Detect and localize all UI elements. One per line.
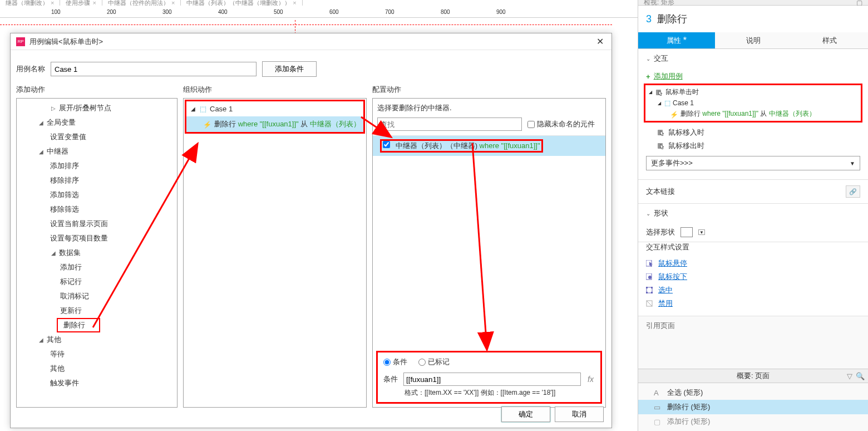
page-tab[interactable]: 中继器（控件的用法）×: [102, 0, 181, 6]
tree-item[interactable]: 触发事件: [17, 376, 177, 390]
interaction-tree[interactable]: ◢ 鼠标单击时 ◢ ⬚ Case 1 ⚡ 删除行 where "[[fuxuan…: [644, 84, 862, 123]
add-condition-button[interactable]: 添加条件: [262, 61, 317, 77]
condition-config: 条件 已标记 条件 fx 格式：[[Item.XX == 'XX']] 例如：[…: [376, 351, 602, 404]
case-icon: ⬚: [664, 99, 670, 107]
tree-node-globalvars[interactable]: ◢ 全局变量: [17, 115, 177, 130]
tree-item[interactable]: 移除筛选: [17, 202, 177, 217]
svg-rect-13: [646, 292, 648, 293]
close-icon[interactable]: ×: [51, 0, 54, 6]
disabled-icon: [646, 300, 654, 307]
condition-label: 条件: [383, 374, 398, 384]
page-tabs-bar: 继器（增删改）× 使用步骤× 中继器（控件的用法）× 中继器（列表）（中继器（增…: [0, 0, 638, 6]
tree-item[interactable]: 添加筛选: [17, 188, 177, 202]
widget-number: 3: [646, 13, 652, 25]
radio-condition[interactable]: 条件: [383, 357, 407, 367]
close-icon[interactable]: ✕: [594, 36, 606, 47]
chevron-down-icon[interactable]: ◢: [38, 337, 45, 343]
tree-item[interactable]: 添加排序: [17, 159, 177, 173]
inspector-panel: 检视: 矩形 ▢ 3 删除行 属性* 说明 样式 ⌄交互 + 添加用例 ◢ 鼠标…: [638, 0, 868, 431]
close-icon[interactable]: ×: [92, 0, 96, 6]
case-action-row[interactable]: ⚡ 删除行 where "[[fuxuan1]]" 从 中继器（列表）: [186, 116, 363, 132]
search-icon[interactable]: 🔍: [856, 372, 865, 380]
chevron-down-icon[interactable]: ◢: [38, 149, 45, 155]
more-events-dropdown[interactable]: 更多事件>>> ▼: [646, 156, 860, 170]
page-tab[interactable]: 使用步骤×: [60, 0, 102, 6]
style-hover[interactable]: 鼠标悬停: [646, 257, 860, 270]
cursor-icon: [646, 260, 654, 267]
filter-icon[interactable]: ▽: [847, 372, 852, 380]
tree-item[interactable]: 移除排序: [17, 173, 177, 188]
tree-action-row[interactable]: ⚡ 删除行 where "[[fuxuan1]]" 从 中继器（列表）: [645, 108, 861, 120]
tree-item[interactable]: 标记行: [17, 275, 177, 289]
quote-page-row: 引用页面: [638, 316, 868, 331]
chevron-down-icon[interactable]: ▼: [698, 229, 705, 235]
outline-item[interactable]: A全选 (矩形): [638, 385, 868, 400]
chevron-down-icon[interactable]: ◢: [658, 101, 664, 106]
chevron-right-icon[interactable]: ▷: [50, 105, 57, 111]
tree-item[interactable]: 更新行: [17, 303, 177, 318]
outline-item[interactable]: ▢添加行 (矩形): [638, 414, 868, 429]
tree-item[interactable]: 其他: [17, 361, 177, 376]
svg-rect-11: [646, 287, 648, 288]
tree-item[interactable]: 添加行: [17, 260, 177, 275]
style-mousedown[interactable]: 鼠标按下: [646, 270, 860, 283]
tree-item-delete-row[interactable]: 删除行: [57, 318, 100, 332]
outline-item[interactable]: ▭删除行 (矩形): [638, 400, 868, 414]
page-tab[interactable]: 中继器（列表）（中继器（增删改））×: [181, 0, 302, 6]
widget-checkbox[interactable]: [383, 141, 390, 148]
select-shape-label: 选择形状: [646, 227, 675, 237]
chevron-down-icon[interactable]: ◢: [38, 120, 45, 126]
event-mouseout[interactable]: 鼠标移出时: [644, 139, 862, 153]
close-icon[interactable]: ×: [293, 0, 296, 6]
chevron-down-icon[interactable]: ⌄: [646, 56, 650, 62]
style-disabled[interactable]: 禁用: [646, 297, 860, 310]
cancel-button[interactable]: 取消: [555, 406, 604, 422]
widget-row[interactable]: 中继器（列表）（中继器) where "[[fuxuan1]]": [373, 136, 605, 156]
tree-node-dataset[interactable]: ◢ 数据集: [17, 246, 177, 260]
cursor-icon: [646, 273, 654, 280]
chevron-down-icon[interactable]: ⌄: [646, 210, 650, 217]
link-icon[interactable]: 🔗: [846, 185, 860, 198]
fx-button[interactable]: fx: [586, 375, 595, 384]
dialog-title: 用例编辑<鼠标单击时>: [29, 37, 594, 47]
bolt-icon: ⚡: [203, 120, 211, 130]
add-case-link[interactable]: + 添加用例: [644, 70, 862, 82]
tab-properties[interactable]: 属性*: [638, 32, 715, 48]
event-mousein[interactable]: 鼠标移入时: [644, 126, 862, 139]
tree-node-other[interactable]: ◢ 其他: [17, 332, 177, 347]
text-link-row: 文本链接 🔗: [638, 180, 868, 204]
hide-unnamed-checkbox[interactable]: 隐藏未命名的元件: [527, 119, 595, 129]
case-name-input[interactable]: [51, 62, 257, 76]
search-input[interactable]: [377, 117, 522, 131]
condition-input[interactable]: [403, 373, 581, 386]
text-icon: A: [654, 389, 663, 397]
event-onclick[interactable]: ◢ 鼠标单击时: [645, 86, 861, 98]
outline-list[interactable]: A全选 (矩形) ▭删除行 (矩形) ▢添加行 (矩形): [638, 383, 868, 431]
select-repeater-label: 选择要删除行的中继器.: [377, 103, 601, 113]
tree-case-node[interactable]: ◢ ⬚ Case 1: [645, 98, 861, 108]
tab-style[interactable]: 样式: [791, 32, 868, 48]
tree-item[interactable]: 等待: [17, 347, 177, 361]
tree-item[interactable]: 取消标记: [17, 289, 177, 303]
style-selected[interactable]: 选中: [646, 283, 860, 297]
page-tab[interactable]: 继器（增删改）×: [0, 0, 60, 6]
chevron-down-icon[interactable]: ◢: [50, 250, 57, 256]
tree-item[interactable]: 设置每页项目数量: [17, 231, 177, 246]
chevron-down-icon[interactable]: ◢: [649, 90, 655, 95]
add-action-title: 添加动作: [16, 85, 177, 95]
radio-marked[interactable]: 已标记: [418, 357, 450, 367]
close-icon[interactable]: ×: [171, 0, 175, 6]
chevron-down-icon[interactable]: ◢: [191, 106, 196, 112]
svg-point-9: [648, 276, 652, 279]
tree-item[interactable]: 设置变量值: [17, 130, 177, 144]
shape-preview[interactable]: [680, 227, 693, 237]
tree-node-repeater[interactable]: ◢ 中继器: [17, 144, 177, 159]
organize-body[interactable]: ◢ ⬚ Case 1 ⚡ 删除行 where "[[fuxuan1]]" 从 中…: [183, 98, 367, 408]
dialog-titlebar[interactable]: RP 用例编辑<鼠标单击时> ✕: [11, 33, 611, 50]
case-header[interactable]: ◢ ⬚ Case 1: [186, 101, 363, 116]
ok-button[interactable]: 确定: [501, 406, 550, 422]
tab-notes[interactable]: 说明: [715, 32, 792, 48]
rect-icon: ▭: [654, 403, 663, 412]
tree-item[interactable]: 设置当前显示页面: [17, 217, 177, 231]
action-tree[interactable]: ▷ 展开/折叠树节点 ◢ 全局变量 设置变量值 ◢ 中继器 添加排序 移除排序 …: [16, 98, 177, 408]
